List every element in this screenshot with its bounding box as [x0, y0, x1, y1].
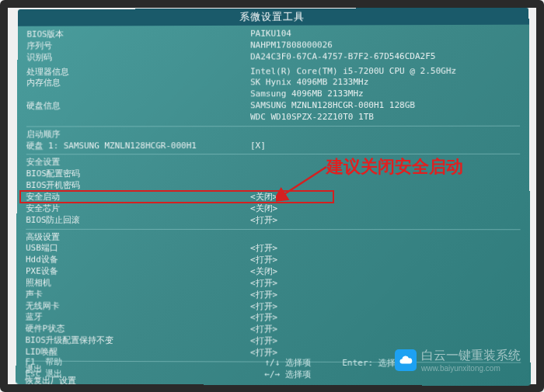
serial-value: NAHPM17808000026	[250, 40, 519, 52]
rollback-label[interactable]: BIOS防止回滚	[26, 215, 250, 227]
adv-item-7[interactable]: 硬件P状态	[26, 324, 250, 336]
adv-item-0[interactable]: USB端口	[26, 243, 250, 255]
mem-value1: SK Hynix 4096MB 2133MHz	[250, 77, 520, 89]
adv-item-2[interactable]: PXE设备	[26, 266, 250, 278]
mem-value2: Samsung 4096MB 2133MHz	[250, 88, 520, 100]
sec-chip-value[interactable]: <关闭>	[250, 203, 521, 215]
adv-item-5[interactable]: 无线网卡	[26, 300, 250, 312]
watermark: 白云一键重装系统 www.baiyunxitong.com	[395, 348, 521, 373]
secure-boot-value[interactable]: <关闭>	[250, 192, 520, 203]
security-header: 安全设置	[26, 158, 250, 169]
adv-item-2-val[interactable]: <关闭>	[250, 266, 521, 278]
annotation-text: 建议关闭安全启动	[326, 155, 463, 179]
bios-version-value: PAIKU104	[250, 28, 519, 40]
rollback-value[interactable]: <打开>	[250, 215, 521, 227]
adv-item-0-val[interactable]: <打开>	[250, 243, 521, 255]
cpu-label: 处理器信息	[26, 66, 250, 78]
cpu-value: Intel(R) Core(TM) i5-7200U CPU @ 2.50GHz	[250, 65, 520, 78]
adv-item-1-val[interactable]: <打开>	[250, 255, 521, 266]
adv-item-3[interactable]: 照相机	[26, 278, 250, 290]
bios-boot-pwd[interactable]: BIOS开机密码	[26, 180, 250, 192]
boot-hd1-label[interactable]: 硬盘 1: SAMSUNG MZNLN128HCGR-000H1	[26, 140, 250, 152]
adv-item-8[interactable]: BIOS升级配置保持不变	[26, 335, 250, 348]
disk-value1: SAMSUNG MZNLN128HCGR-000H1 128GB	[250, 100, 520, 112]
bios-cfg-pwd[interactable]: BIOS配置密码	[26, 168, 250, 180]
boot-order-header: 启动顺序	[26, 129, 250, 140]
advanced-header: 高级设置	[26, 231, 250, 243]
disk-label: 硬盘信息	[26, 100, 250, 112]
bios-version-label: BIOS版本	[26, 29, 250, 41]
id-value: DA24C3F0-67CA-4757-B7F2-67D546CDA2F5	[250, 50, 520, 63]
adv-item-8-val[interactable]: <打开>	[250, 335, 521, 348]
adv-item-4-val[interactable]: <打开>	[250, 290, 521, 302]
adv-item-7-val[interactable]: <打开>	[250, 324, 521, 337]
secure-boot-label[interactable]: 安全启动	[26, 192, 250, 203]
adv-item-3-val[interactable]: <打开>	[250, 278, 521, 290]
cloud-icon	[395, 349, 417, 371]
adv-item-6-val[interactable]: <打开>	[250, 313, 521, 325]
boot-hd1-value[interactable]: [X]	[250, 140, 520, 151]
adv-item-4[interactable]: 声卡	[26, 289, 250, 300]
mem-label: 内存信息	[26, 78, 250, 89]
adv-item-6[interactable]: 蓝牙	[26, 312, 250, 324]
sec-chip-label[interactable]: 安全芯片	[26, 203, 250, 215]
title-bar: 系微设置工具	[18, 8, 529, 26]
adv-item-1[interactable]: Hdd设备	[26, 255, 250, 266]
serial-label: 序列号	[26, 40, 250, 53]
id-label: 识别码	[26, 51, 250, 63]
bios-screen: 系微设置工具 BIOS版本 PAIKU104 序列号 NAHPM17808000…	[16, 8, 530, 386]
disk-value2: WDC WD10SPZX-22Z10T0 1TB	[250, 112, 520, 123]
adv-item-5-val[interactable]: <打开>	[250, 301, 521, 314]
